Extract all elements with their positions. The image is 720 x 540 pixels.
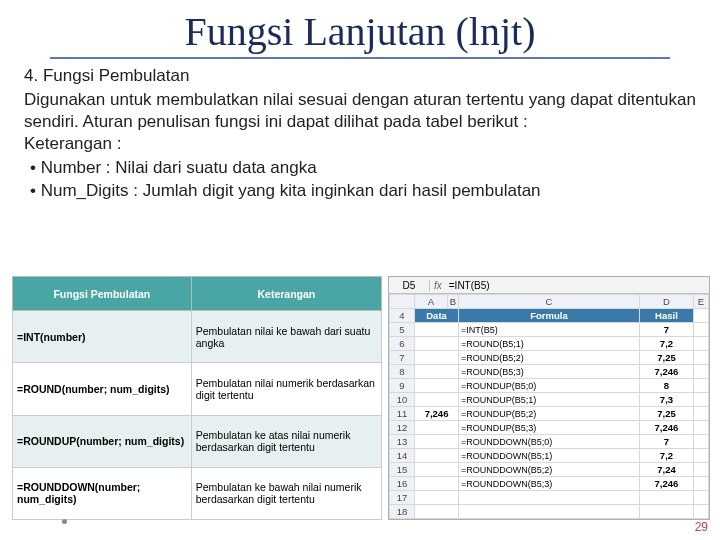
bullet-numdigits: • Num_Digits : Jumlah digit yang kita in… (30, 180, 696, 202)
cell-data[interactable] (415, 379, 459, 393)
cell-formula[interactable]: =ROUNDDOWN(B5;0) (459, 435, 640, 449)
spreadsheet: D5 fx =INT(B5) A B C D E 4 Data Formula … (388, 276, 710, 520)
table-row: 18 (390, 505, 709, 519)
cell-formula[interactable]: =ROUNDDOWN(B5;1) (459, 449, 640, 463)
cell-formula[interactable]: =ROUND(B5;3) (459, 365, 640, 379)
cell-data[interactable] (415, 463, 459, 477)
cell-hasil[interactable]: 7,2 (639, 449, 693, 463)
cell-data[interactable] (415, 505, 459, 519)
fx-icon[interactable]: fx (430, 280, 446, 291)
cell-formula[interactable]: =ROUND(B5;2) (459, 351, 640, 365)
cell-hasil[interactable]: 7,25 (639, 351, 693, 365)
cell-data[interactable]: 7,246 (415, 407, 459, 421)
ref-header-fungsi: Fungsi Pembulatan (13, 277, 192, 311)
header-row: 4 Data Formula Hasil (390, 309, 709, 323)
table-row: =ROUNDUP(number; num_digits)Pembulatan k… (13, 415, 382, 467)
ref-header-keterangan: Keterangan (191, 277, 381, 311)
cell-hasil[interactable]: 7,246 (639, 477, 693, 491)
table-row: 12=ROUNDUP(B5;3)7,246 (390, 421, 709, 435)
table-row: 8=ROUND(B5;3)7,246 (390, 365, 709, 379)
cell-formula[interactable]: =ROUNDDOWN(B5;3) (459, 477, 640, 491)
bullet-number: • Number : Nilai dari suatu data angka (30, 157, 696, 179)
cell-formula[interactable] (459, 491, 640, 505)
cell-data[interactable] (415, 337, 459, 351)
cell-hasil[interactable]: 7,3 (639, 393, 693, 407)
grid[interactable]: A B C D E 4 Data Formula Hasil 5=INT(B5)… (389, 294, 709, 519)
description: Digunakan untuk membulatkan nilai sesuai… (24, 89, 696, 133)
table-row: 16=ROUNDDOWN(B5;3)7,246 (390, 477, 709, 491)
table-row: 9=ROUNDUP(B5;0)8 (390, 379, 709, 393)
table-row: 7=ROUND(B5;2)7,25 (390, 351, 709, 365)
cell-data[interactable] (415, 421, 459, 435)
table-row: =INT(number)Pembulatan nilai ke bawah da… (13, 311, 382, 363)
cell-hasil[interactable]: 7,25 (639, 407, 693, 421)
cell-formula[interactable]: =ROUND(B5;1) (459, 337, 640, 351)
cell-data[interactable] (415, 435, 459, 449)
table-row: 10=ROUNDUP(B5;1)7,3 (390, 393, 709, 407)
cell-hasil[interactable]: 7,246 (639, 365, 693, 379)
cell-hasil[interactable]: 7 (639, 435, 693, 449)
cell-formula[interactable]: =ROUNDUP(B5;1) (459, 393, 640, 407)
cell-formula[interactable]: =ROUNDUP(B5;0) (459, 379, 640, 393)
cell-formula[interactable] (459, 505, 640, 519)
table-row: =ROUND(number; num_digits)Pembulatan nil… (13, 363, 382, 415)
table-row: 6=ROUND(B5;1)7,2 (390, 337, 709, 351)
cell-hasil[interactable]: 7,246 (639, 421, 693, 435)
col-formula[interactable]: Formula (459, 309, 640, 323)
table-row: 17 (390, 491, 709, 505)
cell-data[interactable] (415, 491, 459, 505)
cell-hasil[interactable] (639, 505, 693, 519)
cell-data[interactable] (415, 365, 459, 379)
table-row: 117,246=ROUNDUP(B5;2)7,25 (390, 407, 709, 421)
cell-data[interactable] (415, 477, 459, 491)
cell-formula[interactable]: =ROUNDUP(B5;2) (459, 407, 640, 421)
page-number: 29 (695, 520, 708, 534)
cell-data[interactable] (415, 351, 459, 365)
formula-value[interactable]: =INT(B5) (446, 280, 490, 291)
cell-hasil[interactable]: 7 (639, 323, 693, 337)
cell-data[interactable] (415, 323, 459, 337)
cell-hasil[interactable]: 7,24 (639, 463, 693, 477)
formula-bar[interactable]: D5 fx =INT(B5) (389, 277, 709, 294)
cell-hasil[interactable] (639, 491, 693, 505)
section-heading: 4. Fungsi Pembulatan (24, 65, 696, 87)
cell-formula[interactable]: =ROUNDUP(B5;3) (459, 421, 640, 435)
cell-hasil[interactable]: 8 (639, 379, 693, 393)
table-row: 15=ROUNDDOWN(B5;2)7,24 (390, 463, 709, 477)
cell-data[interactable] (415, 393, 459, 407)
cell-formula[interactable]: =ROUNDDOWN(B5;2) (459, 463, 640, 477)
keterangan-label: Keterangan : (24, 133, 696, 155)
cell-hasil[interactable]: 7,2 (639, 337, 693, 351)
body-text: 4. Fungsi Pembulatan Digunakan untuk mem… (0, 59, 720, 202)
name-box[interactable]: D5 (389, 280, 430, 291)
table-row: 13=ROUNDDOWN(B5;0)7 (390, 435, 709, 449)
col-hasil[interactable]: Hasil (639, 309, 693, 323)
table-row: 5=INT(B5)7 (390, 323, 709, 337)
cell-data[interactable] (415, 449, 459, 463)
bullet-decoration (62, 519, 67, 524)
table-row: 14=ROUNDDOWN(B5;1)7,2 (390, 449, 709, 463)
col-headers: A B C D E (390, 295, 709, 309)
reference-table: Fungsi PembulatanKeterangan =INT(number)… (12, 276, 382, 520)
slide-title: Fungsi Lanjutan (lnjt) (50, 0, 670, 59)
table-row: =ROUNDDOWN(number; num_digits)Pembulatan… (13, 467, 382, 519)
col-data[interactable]: Data (415, 309, 459, 323)
cell-formula[interactable]: =INT(B5) (459, 323, 640, 337)
